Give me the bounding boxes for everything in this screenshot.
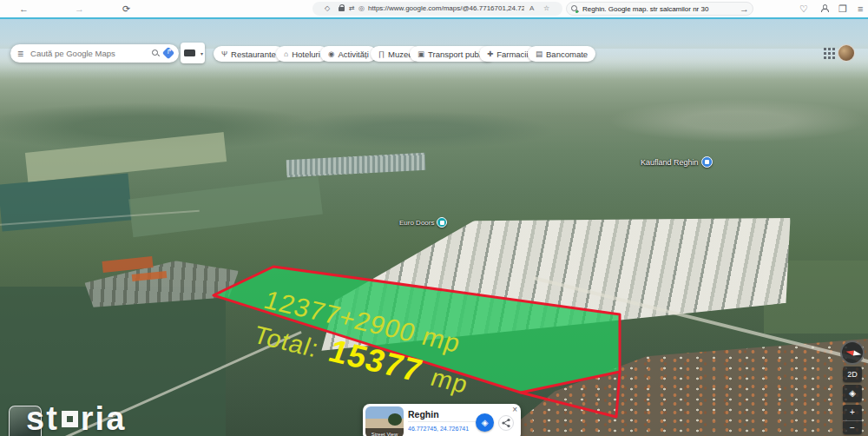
field [0,174,132,232]
share-icon [499,416,513,430]
close-icon[interactable]: × [512,406,517,414]
profile-icon[interactable] [820,4,828,12]
poi-factory[interactable]: Euro Doors [399,217,447,228]
chip-restaurants[interactable]: Ψ Restaurante [214,46,284,62]
chip-activities[interactable]: ◉ Activități [320,46,377,62]
chip-label: Farmacii [496,50,528,59]
residential-area [486,339,868,436]
keyboard-icon [184,50,195,56]
screen: ← → ⟳ ◇ ⇄ ◎ https://www.google.com/maps/… [0,0,868,436]
browser-menu-icon[interactable]: ≡ [858,3,863,15]
maps-search-input[interactable] [29,48,147,59]
thumbnail-tree [388,413,402,426]
compass-control[interactable] [840,340,865,365]
watermark-text: st [26,402,59,435]
location-info-card: Street View Reghin 46.772745, 24.726741 … [363,404,521,436]
factory-buildings [83,254,241,312]
road [0,210,200,227]
bus-icon: ▣ [418,50,424,58]
reload-icon[interactable]: ⟳ [122,3,130,15]
card-share-button[interactable] [498,415,514,431]
poi-factory-label: Euro Doors [399,219,434,227]
card-title: Reghin [408,409,439,419]
lock-icon [339,7,345,11]
url-text[interactable]: https://www.google.com/maps/@46.7716701,… [368,4,524,12]
street-view-label: Street View [365,432,404,436]
maps-search-icon[interactable] [152,50,157,57]
poi-kaufland[interactable]: Kaufland Reghin [641,156,713,168]
field [128,176,323,237]
shopping-pin-icon[interactable] [701,156,713,168]
card-coordinates: 46.772745, 24.726741 [408,426,469,432]
directions-arrow-icon: ↱ [166,48,172,56]
back-icon[interactable]: ← [19,3,29,15]
translate-icon[interactable]: A [529,4,534,12]
storia-watermark: stria [26,402,126,435]
chip-label: Activități [338,50,368,59]
maps-search-box[interactable]: ≡ ↱ [10,44,179,63]
forest-blob [278,111,556,149]
solar-panels [286,153,426,177]
address-bar[interactable]: ◇ ⇄ ◎ https://www.google.com/maps/@46.77… [312,2,562,16]
collections-icon[interactable]: ❐ [838,3,847,15]
zoom-in-button[interactable]: + [843,405,862,420]
card-directions-button[interactable]: ◈ [476,413,494,432]
chevron-down-icon[interactable]: ▾ [201,50,203,56]
far-town [608,99,868,142]
map-canvas[interactable]: 12377+2900 mp Total: 15377 mp Kaufland R… [0,19,868,436]
camera-icon: ◉ [328,50,334,58]
forward-icon[interactable]: → [75,3,84,15]
industrial-warehouses [299,182,801,361]
street-view-thumbnail[interactable]: Street View [365,406,404,436]
restaurant-icon: Ψ [221,50,227,58]
browser-search-box[interactable]: Reghin. Google map. str salcamilor nr 30 [566,2,753,16]
star-bookmark-icon[interactable]: ☆ [543,4,549,12]
factory-pin-icon[interactable] [437,217,447,228]
maps-menu-icon[interactable]: ≡ [17,48,23,60]
browser-toolbar: ← → ⟳ ◇ ⇄ ◎ https://www.google.com/maps/… [0,0,868,17]
look-around-button[interactable]: ◈ [843,385,862,402]
atm-card-icon: ▤ [536,50,542,58]
google-apps-grid-icon[interactable] [823,47,835,59]
2d-mode-button[interactable]: 2D [843,367,862,382]
museum-icon: ∏ [378,50,385,58]
search-query-text[interactable]: Reghin. Google map. str salcamilor nr 30 [582,5,730,13]
pharmacy-cross-icon: ✚ [487,50,493,58]
poi-kaufland-label: Kaufland Reghin [641,158,699,167]
keyboard-extension-button[interactable]: ▾ [181,43,205,63]
site-permissions-icon[interactable]: ◎ [358,4,365,12]
chip-label: Bancomate [546,50,588,59]
go-arrow-icon[interactable]: → [740,3,749,15]
card-divider [408,421,476,422]
forest-blob [0,102,321,151]
chip-label: Restaurante [231,50,276,59]
tab-swap-icon[interactable]: ⇄ [349,4,355,12]
search-status-dot [575,10,578,13]
watermark-text: ria [81,402,126,435]
parcel-total-suffix: mp [427,363,472,398]
field [25,132,227,182]
tracking-shield-icon[interactable]: ◇ [325,4,330,12]
account-avatar[interactable] [838,44,855,62]
compass-needle-icon [845,348,862,357]
favorites-icon[interactable]: ♡ [799,3,808,15]
hotel-icon: ⌂ [284,50,288,58]
chip-label: Hoteluri [292,50,320,59]
zoom-out-button[interactable]: − [843,420,862,434]
directions-button[interactable]: ↱ [162,47,172,60]
chip-label: Transport public [428,50,487,59]
chip-atms[interactable]: ▤ Bancomate [528,46,595,62]
watermark-square-o [62,411,78,427]
parcel-total-prefix: Total: [250,320,323,362]
